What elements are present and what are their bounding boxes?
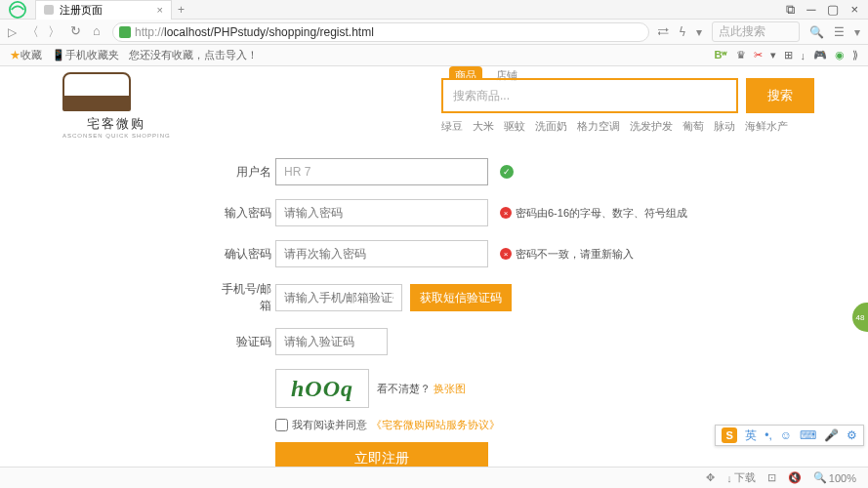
vcode-input[interactable] [275,328,388,355]
expand-icon[interactable]: ⟫ [852,49,858,61]
menu-icon[interactable]: ☰ [834,25,845,39]
side-badge[interactable]: 48 [852,303,868,332]
url-protocol: http:// [135,25,164,39]
favorites-icon[interactable]: ★收藏 [10,48,42,62]
browser-logo [0,0,35,20]
hot-word[interactable]: 葡萄 [682,119,704,134]
hot-word[interactable]: 海鲜水产 [745,119,788,134]
agree-text: 我有阅读并同意 [292,418,367,432]
url-path: localhost/PHPstudy/shopping/regist.html [164,25,374,39]
register-button[interactable]: 立即注册 [275,442,488,467]
tab-close-icon[interactable]: × [157,4,163,16]
crown-icon[interactable]: ♛ [736,49,746,61]
captcha-hint: 看不清楚？ [377,383,431,394]
username-label: 用户名 [211,164,271,181]
window-maximize-icon[interactable]: ▢ [827,2,839,18]
site-name: 宅客微购 [62,115,171,133]
home-button[interactable]: ⌂ [89,23,104,41]
tab-title: 注册页面 [60,3,103,18]
play-icon[interactable]: ▷ [8,25,17,39]
agree-checkbox[interactable] [275,419,288,431]
captcha-refresh-link[interactable]: 换张图 [434,383,466,394]
confirm-password-input[interactable] [275,240,488,267]
error-icon: × [500,248,512,260]
ime-mic-icon[interactable]: 🎤 [824,428,839,442]
more-icon[interactable]: ▾ [854,25,860,39]
site-secure-icon [119,26,131,38]
check-icon: ✓ [500,165,514,179]
search-tab-shops[interactable]: 店铺 [490,66,523,78]
puzzle-icon[interactable]: ▾ [770,49,776,61]
shield-icon[interactable]: ◉ [835,49,845,61]
window-pin-icon[interactable]: ⧉ [786,2,795,18]
hot-word[interactable]: 绿豆 [441,119,463,134]
share-icon[interactable]: ⮂ [657,25,669,39]
vcode-label: 验证码 [211,334,271,350]
browser-tab[interactable]: 注册页面 × [35,0,172,20]
search-tab-goods[interactable]: 商品 [449,66,482,78]
new-tab-button[interactable]: + [172,3,190,17]
status-compass-icon[interactable]: ✥ [706,471,715,484]
window-minimize-icon[interactable]: ─ [806,2,815,18]
hot-word[interactable]: 洗面奶 [535,119,567,134]
status-download[interactable]: ↓下载 [726,470,756,485]
window-close-icon[interactable]: × [850,2,858,18]
browser-search-input[interactable]: 点此搜索 [712,21,800,42]
forward-button[interactable]: 〉 [46,23,62,41]
ime-settings-icon[interactable]: ⚙ [847,428,857,442]
ime-toolbar[interactable]: S 英 •, ☺ ⌨ 🎤 ⚙ [715,425,864,446]
search-icon[interactable]: 🔍 [809,25,824,39]
search-button[interactable]: 搜索 [746,78,814,113]
phone-input[interactable] [275,284,402,311]
ime-logo: S [722,427,737,443]
mobile-favorites[interactable]: 📱手机收藏夹 [52,48,119,62]
dropdown-icon[interactable]: ▾ [696,25,702,39]
confirm-password-hint: 密码不一致，请重新输入 [516,247,634,262]
password-label: 输入密码 [211,205,271,222]
hot-word[interactable]: 驱蚊 [504,119,525,134]
hot-word[interactable]: 洗发护发 [630,119,673,134]
phone-label: 手机号/邮箱 [211,281,271,314]
hot-word[interactable]: 脉动 [714,119,735,134]
hot-word[interactable]: 大米 [473,119,494,134]
status-zoom[interactable]: 🔍100% [813,471,856,484]
status-pip-icon[interactable]: ⊡ [767,471,776,484]
product-search-input[interactable]: 搜索商品... [441,78,738,113]
tab-favicon [44,5,54,15]
captcha-image[interactable]: hOOq [275,369,369,408]
scissors-icon[interactable]: ✂ [754,49,763,61]
lightning-icon[interactable]: ϟ [679,25,686,39]
username-input[interactable] [275,158,488,185]
bookmarks-empty-hint: 您还没有收藏，点击导入！ [129,48,258,62]
reload-button[interactable]: ↻ [67,23,83,41]
status-speaker-icon[interactable]: 🔇 [788,471,802,484]
site-logo[interactable] [62,72,131,111]
get-sms-button[interactable]: 获取短信验证码 [410,284,512,311]
ime-emoji-icon[interactable]: ☺ [780,428,792,442]
bw-icon[interactable]: Bʷ [715,49,728,61]
site-tagline: ASCONSEN QUICK SHOPPING [62,133,171,139]
password-input[interactable] [275,199,488,226]
apps-icon[interactable]: ⊞ [784,49,793,61]
download-icon[interactable]: ↓ [801,50,806,61]
ime-lang[interactable]: 英 [745,427,757,444]
ime-punct-icon[interactable]: •, [765,428,772,442]
address-bar[interactable]: http://localhost/PHPstudy/shopping/regis… [112,22,649,42]
gamepad-icon[interactable]: 🎮 [813,49,827,61]
error-icon: × [500,207,512,219]
hot-word[interactable]: 格力空调 [577,119,620,134]
back-button[interactable]: 〈 [24,23,40,41]
ime-keyboard-icon[interactable]: ⌨ [800,428,816,442]
confirm-password-label: 确认密码 [211,246,271,263]
password-hint: 密码由6-16的字母、数字、符号组成 [516,206,687,221]
agreement-link[interactable]: 《宅客微购网站服务协议》 [371,418,500,432]
